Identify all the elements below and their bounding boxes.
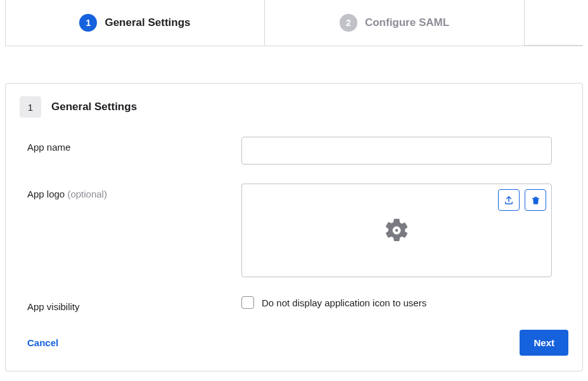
delete-logo-button[interactable] xyxy=(525,189,546,211)
app-logo-label: App logo xyxy=(27,189,67,199)
trash-icon xyxy=(531,196,540,205)
step-number-badge: 2 xyxy=(340,14,357,32)
row-app-name: App name xyxy=(20,137,568,165)
panel-header: 1 General Settings xyxy=(20,96,568,118)
app-name-input[interactable] xyxy=(241,137,552,165)
app-name-label: App name xyxy=(20,137,241,165)
next-button[interactable]: Next xyxy=(520,330,568,356)
visibility-checkbox-label: Do not display application icon to users xyxy=(262,297,426,308)
cancel-button[interactable]: Cancel xyxy=(27,337,58,348)
panel-step-number: 1 xyxy=(20,96,41,118)
upload-icon xyxy=(504,195,514,205)
upload-logo-button[interactable] xyxy=(498,189,520,211)
step-number-badge: 1 xyxy=(79,14,97,32)
step-label: Configure SAML xyxy=(365,16,449,29)
app-visibility-label: App visibility xyxy=(20,296,241,312)
svg-point-2 xyxy=(395,229,398,232)
app-logo-optional: (optional) xyxy=(67,189,107,199)
stepper-tab-general-settings[interactable]: 1 General Settings xyxy=(5,0,265,46)
general-settings-panel: 1 General Settings App name App logo (op… xyxy=(5,83,583,372)
stepper: 1 General Settings 2 Configure SAML xyxy=(5,0,583,46)
gear-icon xyxy=(383,216,411,244)
visibility-checkbox[interactable] xyxy=(241,296,254,309)
stepper-tab-configure-saml[interactable]: 2 Configure SAML xyxy=(265,0,525,46)
app-logo-dropzone[interactable] xyxy=(241,184,552,277)
row-app-visibility: App visibility Do not display applicatio… xyxy=(20,296,568,312)
row-app-logo: App logo (optional) xyxy=(20,184,568,277)
stepper-fill xyxy=(525,0,583,46)
step-label: General Settings xyxy=(105,16,190,29)
panel-footer: Cancel Next xyxy=(20,330,568,356)
panel-title: General Settings xyxy=(51,101,137,113)
